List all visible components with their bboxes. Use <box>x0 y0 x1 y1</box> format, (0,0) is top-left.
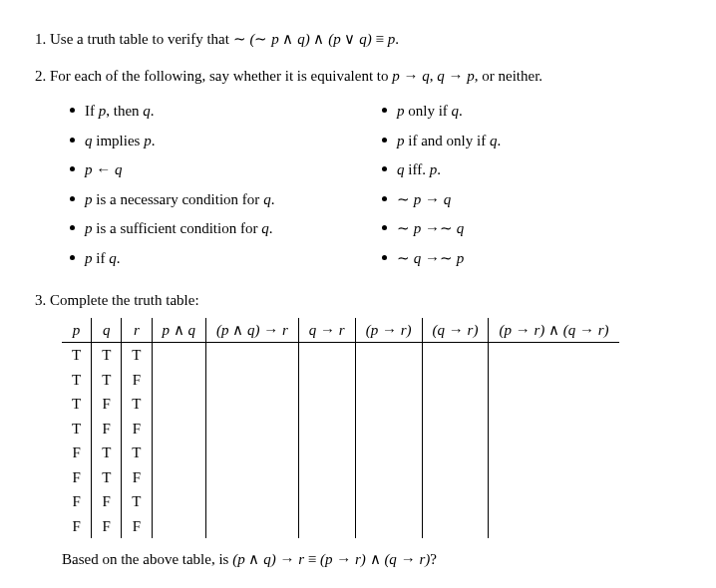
item-text: p only if q. <box>397 99 463 125</box>
list-item: p if q. <box>70 246 382 272</box>
bullet-icon <box>70 166 75 171</box>
table-cell <box>355 514 422 539</box>
table-cell <box>206 368 299 393</box>
bullet-icon <box>70 108 75 113</box>
q1-suffix: . <box>395 31 399 47</box>
table-cell <box>206 343 299 368</box>
q3-text: Complete the truth table: <box>50 292 199 308</box>
table-cell: F <box>62 514 92 539</box>
problem-list: Use a truth table to verify that ∼ (∼ p … <box>28 28 694 571</box>
q2-expr2: q → p <box>437 68 475 84</box>
table-header-row: p q r p ∧ q (p ∧ q) → r q → r (p → r) (q… <box>62 318 619 343</box>
item-text: ∼ p → q <box>397 187 451 213</box>
table-cell: T <box>62 392 92 417</box>
table-cell: T <box>92 441 122 465</box>
table-cell <box>489 489 619 514</box>
table-cell <box>422 343 489 368</box>
list-item: q implies p. <box>70 129 382 154</box>
table-cell <box>298 441 355 465</box>
list-item: p only if q. <box>382 99 694 125</box>
list-item: If p, then q. <box>70 99 382 125</box>
bullet-icon <box>70 138 75 143</box>
table-cell: T <box>122 441 152 465</box>
problem-3: Complete the truth table: p q r p ∧ q (p… <box>50 289 694 571</box>
right-column: p only if q. p if and only if q. q iff. … <box>382 95 694 275</box>
table-cell <box>489 514 619 539</box>
q3-followup: Based on the above table, is (p ∧ q) → r… <box>62 548 694 571</box>
table-row: FTF <box>62 465 619 490</box>
table-cell <box>355 368 422 393</box>
table-cell: F <box>122 514 152 539</box>
table-cell: T <box>62 343 92 368</box>
table-cell <box>355 417 422 441</box>
list-item: p ← q <box>70 157 382 183</box>
bullet-icon <box>382 138 387 143</box>
table-cell: F <box>92 514 122 539</box>
col-header: q <box>92 318 122 343</box>
table-cell: F <box>62 465 92 490</box>
table-cell: T <box>122 343 152 368</box>
table-row: FFT <box>62 489 619 514</box>
table-cell: T <box>62 368 92 393</box>
table-cell: F <box>62 489 92 514</box>
bullet-columns: If p, then q. q implies p. p ← q p is a … <box>70 95 694 275</box>
item-text: p is a necessary condition for q. <box>85 187 274 213</box>
q2-suffix: , or neither. <box>475 68 542 84</box>
q3b-prefix: Based on the above table, is <box>62 551 232 567</box>
table-row: FTT <box>62 441 619 465</box>
bullet-icon <box>70 196 75 201</box>
q1-text: Use a truth table to verify that <box>50 31 233 47</box>
item-text: ∼ p →∼ q <box>397 216 464 242</box>
table-cell: F <box>62 441 92 465</box>
table-cell <box>206 441 299 465</box>
table-cell <box>298 465 355 490</box>
bullet-icon <box>382 108 387 113</box>
bullet-icon <box>382 225 387 230</box>
item-text: q implies p. <box>85 129 155 154</box>
table-cell <box>298 392 355 417</box>
col-header: p ∧ q <box>152 318 206 343</box>
table-cell <box>152 392 206 417</box>
table-cell: F <box>92 392 122 417</box>
table-cell: F <box>122 368 152 393</box>
q1-expression: ∼ (∼ p ∧ q) ∧ (p ∨ q) ≡ p <box>233 31 395 47</box>
table-cell: T <box>92 465 122 490</box>
table-cell: T <box>122 489 152 514</box>
list-item: p if and only if q. <box>382 129 694 154</box>
table-cell <box>422 417 489 441</box>
item-text: p if and only if q. <box>397 129 501 154</box>
col-header: (p → r) <box>355 318 422 343</box>
list-item: ∼ p → q <box>382 187 694 213</box>
table-cell <box>152 343 206 368</box>
table-cell <box>152 368 206 393</box>
item-text: q iff. p. <box>397 157 441 183</box>
bullet-icon <box>382 196 387 201</box>
col-header: (p → r) ∧ (q → r) <box>489 318 619 343</box>
table-cell <box>489 465 619 490</box>
table-cell <box>355 392 422 417</box>
item-text: p ← q <box>85 157 123 183</box>
list-item: ∼ p →∼ q <box>382 216 694 242</box>
table-cell <box>298 368 355 393</box>
table-cell <box>298 343 355 368</box>
table-cell <box>152 465 206 490</box>
left-column: If p, then q. q implies p. p ← q p is a … <box>70 95 382 275</box>
table-cell <box>489 392 619 417</box>
item-text: If p, then q. <box>85 99 155 125</box>
table-cell <box>355 465 422 490</box>
table-cell <box>422 441 489 465</box>
bullet-icon <box>382 255 387 260</box>
table-cell: T <box>62 417 92 441</box>
list-item: p is a sufficient condition for q. <box>70 216 382 242</box>
table-cell <box>489 343 619 368</box>
table-cell <box>152 514 206 539</box>
table-cell <box>422 368 489 393</box>
list-item: q iff. p. <box>382 157 694 183</box>
item-text: p is a sufficient condition for q. <box>85 216 272 242</box>
table-row: TTT <box>62 343 619 368</box>
table-cell <box>422 392 489 417</box>
table-cell <box>489 417 619 441</box>
table-cell <box>298 514 355 539</box>
q3b-expression: (p ∧ q) → r ≡ (p → r) ∧ (q → r) <box>232 551 430 567</box>
col-header: r <box>122 318 152 343</box>
